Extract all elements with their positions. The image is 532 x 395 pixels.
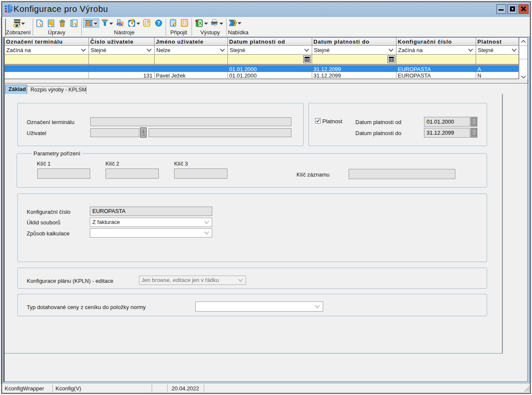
svg-text:?: ? [157, 20, 160, 26]
svg-text:X: X [199, 21, 202, 26]
